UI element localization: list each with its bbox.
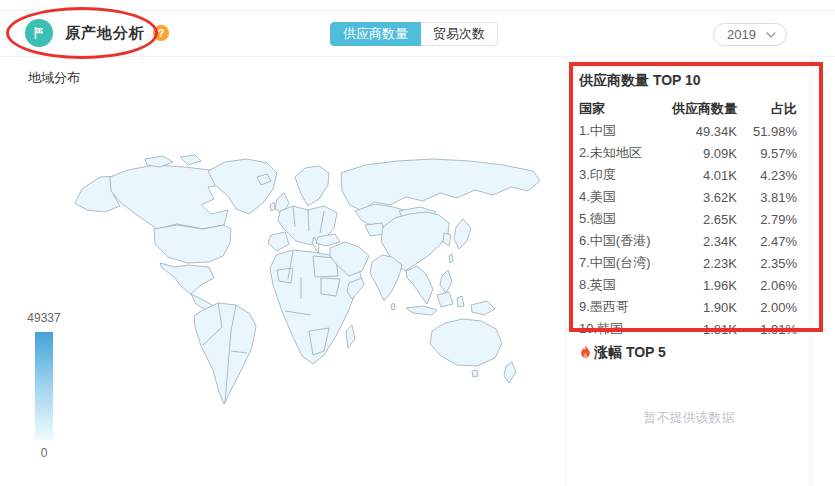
region-scandinavia <box>295 166 329 206</box>
region-southeast-asia <box>406 266 433 304</box>
table-row[interactable]: 2.未知地区 9.09K 9.57% <box>579 142 797 164</box>
table-row[interactable]: 9.墨西哥 1.90K 2.00% <box>579 296 797 318</box>
region-mexico <box>160 263 214 294</box>
header: 原产地分析 ? 供应商数量 贸易次数 2019 <box>0 11 835 57</box>
tab-trade-count[interactable]: 贸易次数 <box>421 22 498 46</box>
legend-min-label: 0 <box>22 446 66 460</box>
table-row[interactable]: 10.韩国 1.81K 1.91% <box>579 318 797 340</box>
table-header-row: 国家 供应商数量 占比 <box>579 98 797 120</box>
region-new-guinea <box>471 301 495 315</box>
region-india <box>370 255 402 301</box>
region-russia <box>341 159 540 211</box>
table-row[interactable]: 5.德国 2.65K 2.79% <box>579 208 797 230</box>
map-section-title: 地域分布 <box>28 69 80 87</box>
flame-icon <box>579 345 592 361</box>
region-philippines <box>440 270 452 293</box>
region-madagascar <box>346 325 355 348</box>
col-share: 占比 <box>737 100 797 118</box>
supplier-top10-title: 供应商数量 TOP 10 <box>579 72 701 90</box>
col-country: 国家 <box>579 100 665 118</box>
table-row[interactable]: 6.中国(香港) 2.34K 2.47% <box>579 230 797 252</box>
origin-analysis-card: 原产地分析 ? 供应商数量 贸易次数 2019 地域分布 <box>0 10 835 486</box>
region-japan <box>454 219 471 249</box>
table-row[interactable]: 4.美国 3.62K 3.81% <box>579 186 797 208</box>
tab-supplier-count[interactable]: 供应商数量 <box>330 22 421 46</box>
table-row[interactable]: 3.印度 4.01K 4.23% <box>579 164 797 186</box>
world-map[interactable] <box>25 115 555 475</box>
region-south-america <box>194 303 256 404</box>
flag-icon <box>25 19 53 47</box>
col-count: 供应商数量 <box>665 100 737 118</box>
map-legend: 49337 0 <box>22 311 66 460</box>
region-greenland <box>208 159 277 214</box>
table-row[interactable]: 1.中国 49.34K 51.98% <box>579 120 797 142</box>
region-korea <box>443 233 451 246</box>
legend-gradient-bar <box>35 332 53 440</box>
region-australia <box>430 319 502 366</box>
metric-tabs: 供应商数量 贸易次数 <box>330 22 498 46</box>
help-icon[interactable]: ? <box>153 25 169 41</box>
region-taiwan <box>449 254 453 263</box>
page-title: 原产地分析 <box>65 24 145 43</box>
growth-empty-text: 暂不提供该数据 <box>566 409 812 427</box>
table-row[interactable]: 8.英国 1.96K 2.06% <box>579 274 797 296</box>
supplier-top10-table: 国家 供应商数量 占比 1.中国 49.34K 51.98% 2.未知地区 9.… <box>579 98 797 340</box>
region-new-zealand <box>504 362 516 383</box>
year-select-value: 2019 <box>727 27 756 42</box>
table-row[interactable]: 7.中国(台湾) 2.23K 2.35% <box>579 252 797 274</box>
title-wrap: 原产地分析 ? <box>25 19 169 47</box>
growth-top5-label: 涨幅 TOP 5 <box>594 344 666 362</box>
year-select[interactable]: 2019 <box>713 23 787 46</box>
map-panel: 地域分布 <box>0 57 566 486</box>
region-usa <box>154 225 231 263</box>
content: 地域分布 <box>0 57 835 486</box>
stats-panel: 供应商数量 TOP 10 国家 供应商数量 占比 1.中国 49.34K 51.… <box>566 57 812 486</box>
chevron-down-icon <box>766 32 776 38</box>
legend-max-label: 49337 <box>22 311 66 325</box>
growth-top5-title: 涨幅 TOP 5 <box>579 344 666 362</box>
